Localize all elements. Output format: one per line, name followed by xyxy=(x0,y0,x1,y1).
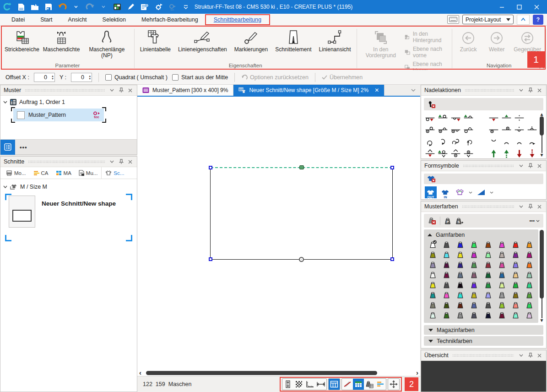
yarn-color-swatch[interactable] xyxy=(481,310,495,320)
needle-symbol-split-tuck-back[interactable] xyxy=(462,124,475,136)
color-s-add-button[interactable]: S xyxy=(455,217,463,225)
yarn-color-swatch[interactable] xyxy=(495,250,509,260)
draw-tool-button[interactable] xyxy=(126,2,135,11)
yarn-color-swatch[interactable] xyxy=(454,290,467,300)
needle-symbol-curl-down[interactable] xyxy=(437,136,450,147)
panel-pin-icon[interactable] xyxy=(118,158,125,165)
needle-symbol-tuck-back[interactable] xyxy=(462,112,475,124)
schnitte-tab-ca[interactable]: CA xyxy=(30,167,52,179)
needle-symbol-float-green[interactable] xyxy=(500,112,513,124)
muster-overflow-button[interactable]: ••• xyxy=(20,144,27,151)
yarn-color-swatch[interactable] xyxy=(481,240,495,250)
needle-panel-scrollbar[interactable]: ▲ ▼ xyxy=(538,112,545,158)
needle-symbol-arrow-down-dash[interactable] xyxy=(525,147,538,159)
needle-symbol-n-arrow[interactable] xyxy=(525,136,538,147)
panel-close-icon[interactable] xyxy=(127,158,134,165)
yarn-color-swatch[interactable] xyxy=(439,290,453,300)
overview-preview[interactable] xyxy=(421,361,546,392)
tab-overflow-chevron-icon[interactable] xyxy=(406,85,420,96)
settings-gear-button[interactable] xyxy=(154,2,163,11)
yarn-color-swatch[interactable] xyxy=(509,300,523,310)
magazinfarben-header[interactable]: Magazinfarben xyxy=(424,325,543,335)
menu-item-ansicht[interactable]: Ansicht xyxy=(60,15,95,24)
document-tab-inactive[interactable]: Muster_Pattern [300 x 400] 9% xyxy=(137,85,233,96)
yarn-color-swatch[interactable] xyxy=(509,270,523,280)
yarn-color-swatch[interactable] xyxy=(495,280,509,290)
menu-item-schnittbearbeitung[interactable]: Schnittbearbeitung xyxy=(206,15,269,24)
panel-pin-icon[interactable] xyxy=(527,163,534,169)
yarn-color-swatch[interactable] xyxy=(481,250,495,260)
yarn-color-swatch[interactable] xyxy=(523,280,536,290)
yarn-color-swatch[interactable] xyxy=(523,290,536,300)
musterfarben-scrollbar[interactable]: ▼ xyxy=(538,229,545,323)
needle-symbol-bump-dot[interactable] xyxy=(525,124,538,136)
ruler-button[interactable] xyxy=(304,379,315,390)
menu-item-selektion[interactable]: Selektion xyxy=(95,15,134,24)
yarn-color-swatch[interactable] xyxy=(467,240,481,250)
quadrat-checkbox[interactable]: Quadrat ( Umschalt ) xyxy=(105,74,168,81)
needle-selected-tool[interactable] xyxy=(424,98,543,110)
size-tree-item[interactable]: M / Size M xyxy=(0,179,137,191)
needle-symbol-dip-dot[interactable] xyxy=(513,124,525,136)
needle-symbol-arrow-up-dash[interactable] xyxy=(500,147,513,159)
pattern-editor-button[interactable] xyxy=(113,2,122,11)
strickbereiche-button[interactable]: Strickbereiche xyxy=(3,28,41,54)
garnfarben-header[interactable]: Garnfarben xyxy=(426,230,536,240)
marker-triangle-button[interactable] xyxy=(475,186,487,198)
panel-chevron-icon[interactable] xyxy=(108,158,115,165)
panel-chevron-icon[interactable] xyxy=(108,87,115,93)
yarn-color-swatch[interactable] xyxy=(495,290,509,300)
yarn-color-swatch[interactable] xyxy=(481,270,495,280)
needle-symbol-drop-stitch[interactable] xyxy=(513,112,525,124)
yarn-color-swatch[interactable] xyxy=(509,240,523,250)
schnitte-tab-mo[interactable]: Mo... xyxy=(2,167,30,179)
yarn-color-swatch[interactable] xyxy=(523,250,536,260)
yarn-color-swatch[interactable] xyxy=(481,260,495,270)
pattern-fill-button[interactable] xyxy=(293,379,304,390)
schnitte-tab-mu[interactable]: Mu... xyxy=(75,167,102,179)
yarn-color-swatch[interactable] xyxy=(454,310,467,320)
yarn-color-swatch[interactable] xyxy=(495,240,509,250)
yarn-color-swatch[interactable] xyxy=(467,270,481,280)
muster-list-tab[interactable] xyxy=(0,140,15,155)
layout-selector-dropdown[interactable]: Projekt-Layout xyxy=(462,15,514,24)
needle-symbol-pickup-over[interactable] xyxy=(500,124,513,136)
undo-dropdown-icon[interactable] xyxy=(71,2,81,11)
panel-chevron-icon[interactable] xyxy=(518,163,525,169)
machine-document-button[interactable] xyxy=(140,2,149,11)
yarn-color-swatch[interactable] xyxy=(426,250,439,260)
technikfarben-header[interactable]: Technikfarben xyxy=(424,336,543,346)
drawing-canvas[interactable] xyxy=(137,97,420,370)
linieneigenschaften-button[interactable]: Linieneigenschaften xyxy=(174,28,231,54)
panel-close-icon[interactable] xyxy=(536,163,543,169)
keyboard-icon[interactable] xyxy=(447,15,459,24)
yarn-color-swatch[interactable] xyxy=(454,250,467,260)
needle-symbol-arrow-up[interactable] xyxy=(487,147,500,159)
yarn-color-swatch[interactable] xyxy=(467,280,481,290)
move-tool-button[interactable] xyxy=(388,379,399,390)
needle-symbol-n-open[interactable] xyxy=(500,136,513,147)
menu-item-datei[interactable]: Datei xyxy=(4,15,32,24)
scroll-right-icon[interactable]: › xyxy=(415,370,419,375)
panel-pin-icon[interactable] xyxy=(118,87,125,93)
vertical-scroll-thumb[interactable] xyxy=(540,116,544,136)
yarn-color-swatch[interactable] xyxy=(509,250,523,260)
needle-symbol-knit-back[interactable] xyxy=(437,112,450,124)
yarn-color-swatch[interactable] xyxy=(426,270,439,280)
horizontal-scrollbar[interactable]: ‹ › xyxy=(137,370,420,376)
yarn-color-swatch[interactable] xyxy=(523,270,536,280)
offset-y-input[interactable]: 0▴▾ xyxy=(71,73,92,82)
align-lines-button[interactable] xyxy=(375,379,386,390)
schnitte-tab-ma[interactable]: MA xyxy=(52,167,75,179)
yarn-color-swatch[interactable] xyxy=(426,260,439,270)
musterfarben-overflow-button[interactable]: ••• xyxy=(529,218,540,223)
yarn-color-swatch[interactable] xyxy=(454,260,467,270)
yarn-color-swatch[interactable] xyxy=(481,280,495,290)
yarn-color-swatch[interactable] xyxy=(467,310,481,320)
shape-handle-top-center[interactable] xyxy=(299,165,304,169)
needle-symbol-split-back[interactable] xyxy=(437,124,450,136)
collapse-ribbon-button[interactable] xyxy=(517,15,530,25)
pencil-disabled-button[interactable] xyxy=(342,379,353,390)
menu-item-mehrfach-bearbeitung[interactable]: Mehrfach-Bearbeitung xyxy=(134,15,206,24)
needle-symbol-ring-v[interactable] xyxy=(462,147,475,159)
